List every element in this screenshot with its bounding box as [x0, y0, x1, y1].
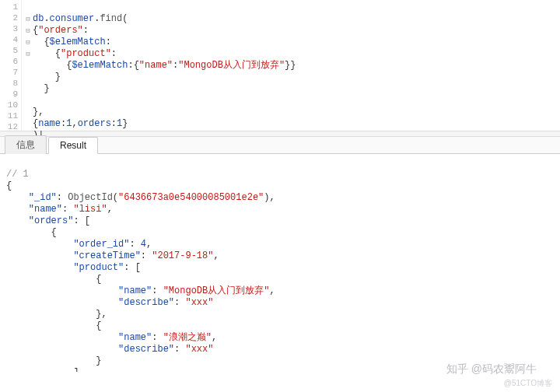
result-token: "name": [29, 204, 62, 215]
result-token: "xxx": [185, 344, 213, 355]
code-token: }}: [285, 60, 296, 71]
result-token: "MongoDB从入门到放弃": [163, 285, 270, 296]
code-token: consumer: [50, 13, 95, 24]
tab-result[interactable]: Result: [48, 137, 98, 154]
line-gutter: 123456789101112: [0, 0, 22, 131]
result-line: "name": "MongoDB从入门到放弃",: [6, 285, 554, 297]
result-token: "xxx": [185, 297, 213, 308]
code-token: db: [33, 13, 44, 24]
code-line[interactable]: {name:1,orders:1}: [25, 118, 296, 130]
result-token: [6, 262, 73, 273]
code-token: {: [33, 48, 61, 59]
code-token: :{: [128, 60, 138, 71]
code-line[interactable]: ⊟db.consumer.find(: [25, 13, 296, 25]
code-token: {: [33, 60, 72, 71]
code-editor[interactable]: 123456789101112 ⊟db.consumer.find(⊟{"ord…: [0, 0, 560, 131]
result-line: "describe": "xxx": [6, 344, 554, 355]
fold-icon: [25, 72, 31, 83]
line-number: 10: [0, 100, 18, 110]
result-token: "order_id": [73, 239, 129, 250]
code-line[interactable]: ⊟{"orders":: [25, 25, 296, 37]
line-number: 2: [0, 12, 18, 23]
fold-icon[interactable]: ⊟: [25, 14, 31, 25]
code-line[interactable]: ⊟ {"product":: [25, 48, 296, 60]
result-token: ,: [269, 285, 275, 296]
fold-icon: [25, 2, 31, 13]
result-token: [6, 215, 29, 226]
result-token: [6, 297, 118, 308]
result-line: {: [6, 180, 554, 192]
code-line[interactable]: }: [25, 83, 296, 95]
code-line[interactable]: },: [25, 107, 296, 118]
line-number: 7: [0, 67, 18, 78]
result-line: {: [6, 227, 554, 239]
fold-icon[interactable]: ⊟: [25, 37, 31, 48]
code-line[interactable]: [25, 2, 296, 13]
code-token: .: [44, 13, 49, 24]
fold-icon: [25, 96, 31, 107]
result-line: "product": [: [6, 262, 554, 274]
code-token: "orders": [38, 25, 83, 36]
result-token: {: [6, 227, 57, 238]
fold-icon: [25, 61, 31, 72]
result-token: [6, 239, 73, 250]
fold-icon: [25, 119, 31, 130]
code-token: orders: [78, 118, 111, 129]
code-area[interactable]: ⊟db.consumer.find(⊟{"orders":⊟ {$elemMat…: [22, 0, 296, 131]
watermark-sub: @51CTO博客: [504, 378, 552, 389]
result-token: (: [113, 192, 118, 203]
line-number: 11: [0, 110, 18, 121]
result-token: 4: [141, 239, 146, 250]
result-token: [6, 192, 29, 203]
result-token: :: [152, 285, 163, 296]
result-token: "_id": [29, 192, 57, 203]
result-token: : [: [124, 262, 141, 273]
result-token: "2017-9-18": [152, 250, 213, 261]
code-line[interactable]: ⊟ {$elemMatch:: [25, 37, 296, 48]
result-token: "name": [118, 332, 152, 343]
result-token: "product": [73, 262, 124, 273]
code-token: :: [111, 118, 117, 129]
result-pane[interactable]: // 1{ "_id": ObjectId("6436673a0e5400008…: [0, 154, 560, 372]
result-line: "createTime": "2017-9-18",: [6, 250, 554, 262]
result-token: ,: [213, 250, 219, 261]
line-number: 3: [0, 23, 18, 34]
code-token: name: [38, 118, 61, 129]
fold-icon: [25, 107, 31, 118]
code-token: find: [100, 13, 122, 24]
result-token: [6, 250, 73, 261]
code-token: :: [106, 37, 111, 47]
result-token: },: [6, 309, 107, 320]
result-token: {: [6, 320, 101, 331]
tab-info[interactable]: 信息: [5, 135, 47, 154]
result-line: {: [6, 274, 554, 285]
line-number: 5: [0, 45, 18, 56]
code-token: $elemMatch: [50, 37, 106, 47]
result-token: "浪潮之巅": [163, 332, 212, 343]
code-token: "name": [139, 60, 173, 71]
line-number: 12: [0, 121, 18, 132]
line-number: 9: [0, 89, 18, 100]
result-line: "describe": "xxx": [6, 297, 554, 309]
result-token: }: [6, 355, 101, 366]
result-token: "describe": [118, 344, 174, 355]
line-number: 1: [0, 2, 18, 12]
fold-icon[interactable]: ⊟: [25, 49, 31, 60]
fold-icon[interactable]: ⊟: [25, 26, 31, 37]
code-line[interactable]: {$elemMatch:{"name":"MongoDB从入门到放弃"}}: [25, 60, 296, 72]
code-line[interactable]: [25, 95, 296, 107]
code-token: ,: [72, 118, 77, 129]
result-token: "lisi": [73, 204, 107, 215]
result-token: :: [62, 204, 73, 215]
result-token: ,: [146, 239, 152, 250]
code-token: },: [33, 107, 44, 117]
code-line[interactable]: }: [25, 72, 296, 83]
line-number: 4: [0, 34, 18, 45]
result-line: "name": "lisi",: [6, 204, 554, 215]
result-line: "orders": [: [6, 215, 554, 227]
result-token: "name": [118, 285, 152, 296]
result-token: "orders": [29, 215, 74, 226]
code-token: {: [33, 37, 50, 47]
result-token: ),: [264, 192, 275, 203]
result-token: :: [57, 192, 68, 203]
